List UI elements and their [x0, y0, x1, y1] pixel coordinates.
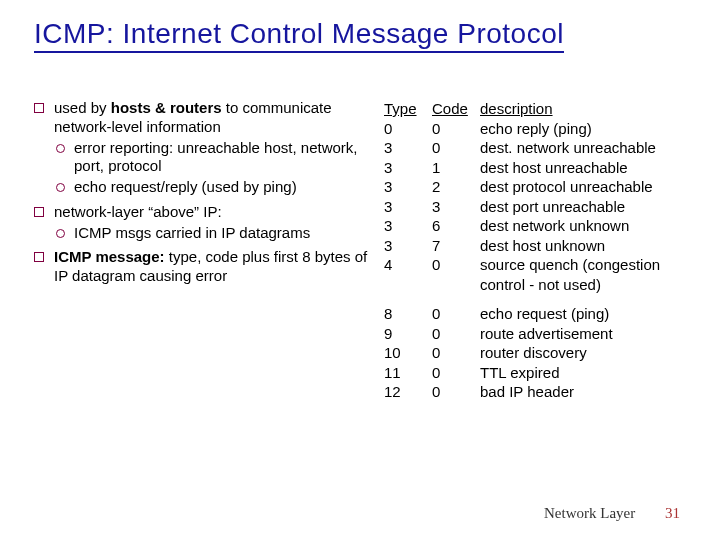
table-gap: [432, 294, 478, 304]
page-number: 31: [665, 505, 680, 521]
bullet-item: ICMP message: type, code plus first 8 by…: [34, 248, 370, 286]
cell-desc: dest network unknown: [480, 216, 686, 236]
cell-desc: echo request (ping): [480, 304, 686, 324]
cell-desc: dest. network unreachable: [480, 138, 686, 158]
cell-type: 8: [384, 304, 430, 324]
table-gap: [480, 294, 686, 304]
cell-code: 0: [432, 255, 478, 294]
sub-item: ICMP msgs carried in IP datagrams: [54, 224, 370, 243]
cell-code: 2: [432, 177, 478, 197]
col-header-type: Type: [384, 99, 430, 119]
cell-type: 12: [384, 382, 430, 402]
bullet-item: used by hosts & routers to communicate n…: [34, 99, 370, 197]
sub-list: error reporting: unreachable host, netwo…: [54, 139, 370, 197]
bullet-bold: hosts & routers: [111, 99, 222, 116]
cell-code: 0: [432, 324, 478, 344]
content-columns: used by hosts & routers to communicate n…: [34, 99, 686, 402]
cell-desc: dest port unreachable: [480, 197, 686, 217]
cell-type: 3: [384, 236, 430, 256]
cell-desc: route advertisement: [480, 324, 686, 344]
cell-type: 3: [384, 138, 430, 158]
cell-type: 3: [384, 177, 430, 197]
cell-type: 0: [384, 119, 430, 139]
left-column: used by hosts & routers to communicate n…: [34, 99, 370, 292]
cell-code: 0: [432, 343, 478, 363]
cell-type: 9: [384, 324, 430, 344]
cell-code: 0: [432, 138, 478, 158]
cell-desc: TTL expired: [480, 363, 686, 383]
bullet-text-a: used by: [54, 99, 111, 116]
col-header-code: Code: [432, 99, 478, 119]
cell-code: 0: [432, 119, 478, 139]
cell-desc: dest host unreachable: [480, 158, 686, 178]
cell-desc: echo reply (ping): [480, 119, 686, 139]
cell-type: 4: [384, 255, 430, 294]
cell-type: 10: [384, 343, 430, 363]
cell-code: 0: [432, 382, 478, 402]
cell-type: 3: [384, 158, 430, 178]
footer-label: Network Layer: [544, 505, 635, 521]
cell-code: 0: [432, 363, 478, 383]
col-header-desc: description: [480, 99, 686, 119]
bullet-text-a: network-layer “above” IP:: [54, 203, 222, 220]
cell-code: 7: [432, 236, 478, 256]
table-gap: [384, 294, 430, 304]
sub-item: error reporting: unreachable host, netwo…: [54, 139, 370, 177]
cell-desc: dest protocol unreachable: [480, 177, 686, 197]
cell-code: 6: [432, 216, 478, 236]
cell-desc: source quench (congestion control - not …: [480, 255, 686, 294]
sub-list: ICMP msgs carried in IP datagrams: [54, 224, 370, 243]
right-column: Type Code description 0 0 echo reply (pi…: [384, 99, 686, 402]
cell-code: 3: [432, 197, 478, 217]
bullet-list: used by hosts & routers to communicate n…: [34, 99, 370, 286]
cell-code: 0: [432, 304, 478, 324]
cell-type: 11: [384, 363, 430, 383]
bullet-bold: ICMP message:: [54, 248, 165, 265]
cell-type: 3: [384, 197, 430, 217]
cell-type: 3: [384, 216, 430, 236]
bullet-item: network-layer “above” IP: ICMP msgs carr…: [34, 203, 370, 243]
footer: Network Layer 31: [544, 505, 680, 522]
cell-desc: bad IP header: [480, 382, 686, 402]
cell-code: 1: [432, 158, 478, 178]
icmp-table: Type Code description 0 0 echo reply (pi…: [384, 99, 686, 402]
cell-desc: dest host unknown: [480, 236, 686, 256]
sub-item: echo request/reply (used by ping): [54, 178, 370, 197]
cell-desc: router discovery: [480, 343, 686, 363]
slide: ICMP: Internet Control Message Protocol …: [0, 0, 720, 540]
slide-title: ICMP: Internet Control Message Protocol: [34, 18, 564, 53]
